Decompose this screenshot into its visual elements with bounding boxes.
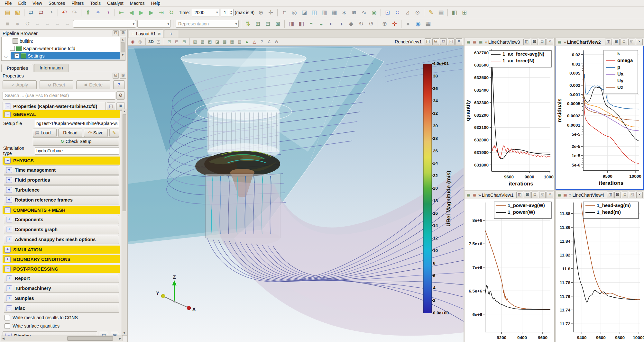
loop-icon[interactable]: ↻	[167, 8, 176, 17]
rotate-90-cw-icon[interactable]: ↻	[356, 19, 366, 29]
close-view-button[interactable]: ×	[636, 39, 643, 45]
menu-view[interactable]: View	[29, 0, 45, 6]
close-view-button[interactable]: ×	[636, 192, 643, 198]
save-button[interactable]: ↷Save	[84, 129, 108, 137]
split-vertical-button[interactable]: ◫	[523, 39, 530, 45]
set-view-minus-y-icon[interactable]: ◒	[317, 19, 326, 29]
subsection-report[interactable]: +Report	[4, 274, 119, 283]
stream-tracer-icon[interactable]: ≋	[349, 8, 359, 17]
chevron-icon[interactable]: »	[564, 40, 566, 45]
zoom-plus-icon[interactable]: ⊞	[180, 38, 188, 45]
block-tool-icon[interactable]: ⊘	[273, 38, 280, 45]
grow-selection-icon[interactable]: ▲	[243, 38, 251, 45]
threshold-icon[interactable]: ▥	[319, 8, 329, 17]
menu-sources[interactable]: Sources	[45, 0, 68, 6]
pipeline-item-builtin[interactable]: builtin:	[2, 37, 125, 45]
section-header-simulation[interactable]: +SIMULATION	[3, 246, 120, 254]
chart3-plot[interactable]: 6318006319006320006321006322006323006324…	[465, 46, 554, 190]
scroll-left-icon[interactable]: ◀	[1, 337, 6, 340]
subsection-advanced-snappy-hex-mesh-options[interactable]: +Advanced snappy hex mesh options	[4, 235, 119, 244]
add-camera-link-icon[interactable]: ✛	[266, 8, 275, 17]
expand-plus-icon[interactable]: +	[6, 227, 12, 232]
select-blocks-icon[interactable]: ▦	[228, 38, 236, 45]
reset-camera-closest-icon[interactable]: ⊟	[263, 19, 272, 29]
checkbox-write-surface-quantities[interactable]	[5, 323, 10, 329]
shrink-selection-icon[interactable]: △	[251, 38, 258, 45]
edit-setup-icon[interactable]: ✎	[109, 129, 119, 137]
zoom-closest-icon[interactable]: ⊠	[273, 19, 282, 29]
close-view-button[interactable]: ×	[547, 39, 553, 45]
collapse-minus-icon[interactable]: −	[6, 305, 12, 311]
scroll-down-icon[interactable]: ▼	[122, 331, 127, 335]
timer-icon[interactable]: ◔	[46, 8, 56, 17]
toggle-panel-icon[interactable]: ◧	[450, 8, 459, 17]
collapse-minus-icon[interactable]: −	[5, 207, 11, 213]
clip-icon[interactable]: ◪	[299, 8, 309, 17]
subsection-misc[interactable]: −Misc	[4, 304, 119, 313]
section-header-components-mesh[interactable]: −COMPONENTS + MESH	[3, 206, 120, 214]
simulation-type-input[interactable]	[35, 147, 119, 155]
expand-plus-icon[interactable]: +	[6, 237, 12, 242]
select-data-icon[interactable]: ⌖	[93, 8, 103, 17]
zoom-box-icon[interactable]: ⊡	[166, 38, 173, 45]
group-bar[interactable]: −Display	[3, 331, 97, 336]
subsection-rotation-reference-frames[interactable]: +Rotation reference frames	[4, 195, 119, 204]
zoom-to-data-icon[interactable]: ⊞	[253, 19, 262, 29]
coloring-array-combo[interactable]: ▾	[73, 20, 136, 28]
auto-apply-icon[interactable]: ⇑	[83, 8, 93, 17]
copy-icon[interactable]: ◱	[100, 332, 108, 336]
close-panel-icon[interactable]: ⊠	[120, 30, 126, 36]
select-cells-on-icon[interactable]: ⊡	[383, 8, 392, 17]
delete-button[interactable]: ✖Delete	[76, 80, 110, 89]
first-frame-icon[interactable]: ⇤	[117, 8, 126, 17]
visibility-eye-closed-icon[interactable]: ◡	[2, 53, 10, 58]
rotate-90-ccw-icon[interactable]: ↺	[366, 19, 376, 29]
subsection-turbulence[interactable]: +Turbulence	[4, 185, 119, 194]
chart2-plot[interactable]: 0.020.010.0050.0020.0010.00050.00020.000…	[556, 46, 643, 189]
chart-zoom-icon[interactable]: ▦	[563, 192, 568, 198]
coloring-component-combo[interactable]: ▾	[137, 20, 171, 28]
split-horizontal-button[interactable]: ⊟	[524, 192, 531, 198]
select-surface-points-icon[interactable]: ▨	[199, 38, 206, 45]
disconnect-server-icon[interactable]: ⇄	[36, 8, 46, 17]
chart-export-icon[interactable]: ▦	[478, 39, 483, 45]
spin-widget-icon[interactable]: ◉	[413, 19, 423, 29]
tab-properties[interactable]: Properties	[1, 64, 33, 72]
reset-button[interactable]: ⊘Reset	[40, 80, 74, 89]
representation-combo[interactable]: Representation ▾	[176, 20, 239, 28]
menu-edit[interactable]: Edit	[15, 0, 29, 6]
keyboard-shortcut-icon[interactable]: ▦	[423, 19, 433, 29]
split-horizontal-button[interactable]: ⊟	[613, 39, 620, 45]
expander-icon[interactable]: −	[14, 53, 19, 58]
subsection-fluid-properties[interactable]: +Fluid properties	[4, 176, 119, 184]
previous-frame-icon[interactable]: ◀	[127, 8, 136, 17]
color-legend-bar[interactable]	[423, 64, 432, 313]
spin-down-icon[interactable]: ▾	[229, 13, 233, 15]
subsection-time-management[interactable]: +Time management	[4, 166, 119, 175]
pipeline-item-settings[interactable]: ◡ − Settings	[2, 52, 125, 59]
expand-plus-icon[interactable]: +	[6, 177, 12, 183]
section-header-general[interactable]: −GENERAL	[3, 110, 120, 118]
undock-icon[interactable]: ⊡	[113, 30, 119, 36]
connect-server-icon[interactable]: ⇄	[26, 8, 36, 17]
menu-help[interactable]: Help	[148, 0, 163, 6]
contour-icon[interactable]: ◎	[290, 8, 299, 17]
expand-plus-icon[interactable]: +	[6, 167, 12, 173]
extract-subset-icon[interactable]: ▦	[329, 8, 339, 17]
expand-plus-icon[interactable]: +	[6, 217, 12, 222]
center-axes-icon[interactable]: ⊕	[380, 19, 389, 29]
set-view-plus-y-icon[interactable]: ◓	[307, 19, 316, 29]
expand-plus-icon[interactable]: +	[6, 275, 12, 281]
next-frame-icon[interactable]: ▶	[147, 8, 156, 17]
close-tab-icon[interactable]: ⊠	[158, 32, 161, 36]
clear-selection-icon[interactable]: ▥	[236, 38, 243, 45]
checkbox-write-mesh-and-results-to-cgns[interactable]	[5, 315, 10, 320]
hover-cells-icon[interactable]: ⊙	[413, 8, 422, 17]
undock-icon[interactable]: ⊡	[113, 73, 119, 79]
expand-plus-icon[interactable]: +	[6, 197, 12, 203]
menu-file[interactable]: File	[1, 0, 15, 6]
query-selection-icon[interactable]: ?	[258, 38, 265, 45]
group-datasets-icon[interactable]: ◉	[369, 8, 379, 17]
apply-button[interactable]: ✓Apply	[3, 80, 37, 89]
chevron-icon[interactable]: »	[478, 193, 481, 198]
